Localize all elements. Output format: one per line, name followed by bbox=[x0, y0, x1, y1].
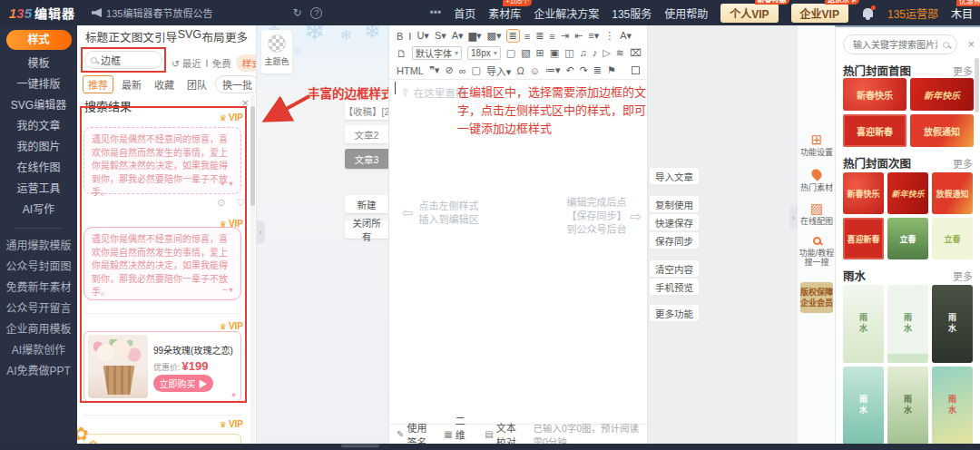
style-card-yellow[interactable] bbox=[83, 434, 241, 444]
close-results-icon[interactable]: × bbox=[241, 96, 249, 110]
toolbar-icon[interactable]: HTML bbox=[397, 65, 424, 76]
action-button[interactable]: 导入文章 bbox=[650, 168, 699, 184]
poster-tile[interactable]: 雨水 bbox=[887, 285, 928, 363]
toolbar-icon[interactable]: ☺ bbox=[530, 65, 540, 76]
nav-135-service[interactable]: 135服务 bbox=[612, 5, 652, 21]
toolbar-icon[interactable]: ≔▾ bbox=[545, 64, 561, 76]
toolbar-icon[interactable]: ◫ bbox=[564, 47, 573, 59]
toolbar-icon[interactable]: ▢ bbox=[471, 64, 480, 76]
panel-scrollbar-thumb[interactable] bbox=[250, 106, 255, 206]
action-button[interactable]: 清空内容 bbox=[650, 260, 699, 277]
style-tab[interactable]: 正文 bbox=[108, 28, 131, 45]
toolbar-icon[interactable]: ↷ bbox=[580, 64, 588, 76]
fullscreen-frame-icon[interactable] bbox=[632, 66, 640, 74]
new-document-button[interactable]: 新建 bbox=[345, 195, 388, 213]
bell-icon[interactable] bbox=[863, 8, 873, 17]
refresh-icon[interactable]: ↻ bbox=[292, 6, 301, 19]
toolbar-icon[interactable]: ❞▾ bbox=[429, 64, 439, 76]
horizontal-scrollbar-thumb[interactable] bbox=[341, 445, 379, 447]
toolbar-icon[interactable]: I bbox=[408, 31, 411, 42]
toolbar-icon[interactable]: U▾ bbox=[416, 30, 428, 42]
cover-tile[interactable]: 喜迎新春 bbox=[843, 218, 884, 259]
toolbar-icon[interactable]: Ω bbox=[516, 65, 524, 76]
style-tab[interactable]: SVG bbox=[178, 28, 201, 45]
toolbar-icon[interactable]: A▾ bbox=[620, 30, 632, 42]
toolbar-icon[interactable]: ▷ bbox=[603, 47, 610, 59]
sidebar-item[interactable]: 企业商用模板 bbox=[0, 319, 77, 340]
action-button[interactable]: 更多功能 bbox=[650, 305, 699, 321]
toolbar-icon[interactable]: 导入▾ bbox=[486, 64, 512, 78]
more-link[interactable]: 更多 bbox=[953, 156, 973, 171]
font-size-select[interactable]: 18px▾ bbox=[467, 46, 501, 60]
document-tab[interactable]: 文章2 bbox=[345, 125, 388, 143]
panel-scrollbar-thumb[interactable] bbox=[975, 58, 979, 112]
style-tab[interactable]: 更多 bbox=[225, 28, 248, 45]
sidebar-item[interactable]: 公众号开留言 bbox=[0, 298, 77, 319]
toolbar-icon[interactable]: ♪ bbox=[593, 47, 598, 59]
rail-item-online-images[interactable]: ▨ 在线配图 bbox=[798, 201, 836, 226]
theme-color-picker[interactable]: 主题色 bbox=[261, 30, 292, 73]
toolbar-icon[interactable]: ≣ bbox=[535, 30, 544, 42]
more-link[interactable]: 更多 bbox=[953, 269, 973, 283]
toolbar-icon[interactable]: ≡ bbox=[549, 31, 554, 42]
sidebar-item[interactable]: 公众号封面图 bbox=[0, 257, 77, 278]
poster-tile[interactable]: 雨水 bbox=[843, 285, 884, 363]
cover-tile[interactable]: 放假通知 bbox=[932, 172, 973, 214]
font-family-select[interactable]: 默认字体▾ bbox=[412, 46, 462, 60]
toolbar-icon[interactable]: ≣ bbox=[507, 30, 519, 42]
document-tab[interactable]: 【收稿】[2 bbox=[345, 102, 388, 120]
collapse-rail-handle[interactable]: › bbox=[789, 206, 798, 230]
free-checkbox[interactable] bbox=[206, 59, 208, 67]
toolbar-icon[interactable]: ▧ bbox=[521, 47, 530, 59]
cover-tile[interactable]: 放假通知 bbox=[910, 114, 974, 147]
filter-chip[interactable]: 最新 bbox=[117, 76, 146, 93]
sidebar-item[interactable]: AI写作 bbox=[0, 200, 77, 220]
style-tab[interactable]: 图文 bbox=[132, 28, 154, 45]
nav-material-library[interactable]: 素材库 +105个 bbox=[488, 5, 521, 21]
sidebar-item[interactable]: 我的图片 bbox=[0, 137, 77, 158]
sidebar-item[interactable]: 模板 bbox=[0, 54, 77, 74]
style-card-product[interactable]: 99朵玫瑰(玫瑰之恋) 优惠价:¥199 立即购买 ▶ ♥ bbox=[83, 331, 241, 402]
poster-tile[interactable]: 雨水 bbox=[932, 367, 973, 444]
close-all-button[interactable]: 关闭所有 bbox=[345, 220, 388, 239]
recent-filter[interactable]: ↺ 最近 bbox=[172, 56, 201, 70]
preview-eye-icon[interactable]: ⊙ bbox=[217, 197, 225, 209]
toolbar-icon[interactable]: A▾ bbox=[452, 30, 464, 42]
toolbar-icon[interactable]: ▩▾ bbox=[487, 30, 502, 42]
sidebar-item[interactable]: 在线作图 bbox=[0, 158, 77, 179]
cover-tile[interactable]: 立春 bbox=[887, 218, 928, 259]
filter-chip[interactable]: 团队 bbox=[182, 76, 211, 93]
favorite-heart-icon[interactable]: ♡ bbox=[236, 197, 245, 209]
action-button[interactable]: 复制使用 bbox=[650, 196, 699, 212]
style-center-button[interactable]: 样式中心 bbox=[236, 54, 257, 72]
style-tab[interactable]: 引导 bbox=[154, 28, 177, 45]
sidebar-item[interactable]: AI爆款创作 bbox=[0, 340, 77, 361]
new-doc-icon[interactable]: 🗋 bbox=[397, 48, 407, 59]
poster-tile[interactable]: 雨水 bbox=[932, 285, 973, 363]
toolbar-icon[interactable]: ⇥ bbox=[561, 30, 569, 42]
toolbar-icon[interactable]: ≋ bbox=[616, 47, 624, 59]
action-button[interactable]: 保存同步 bbox=[650, 232, 699, 249]
toolbar-icon[interactable]: ∞ bbox=[459, 65, 466, 76]
more-link[interactable]: 更多 bbox=[953, 64, 973, 78]
cover-tile[interactable]: 新春快乐 bbox=[843, 78, 906, 111]
sidebar-item[interactable]: 通用爆款模版 bbox=[0, 236, 77, 257]
filter-chip[interactable]: 换一批 bbox=[215, 75, 257, 93]
username[interactable]: 木目 优惠券 bbox=[951, 5, 973, 21]
cover-tile[interactable]: 立春 bbox=[932, 218, 973, 259]
toolbar-icon[interactable]: ⚑ bbox=[607, 64, 616, 76]
rail-item-hot-material[interactable]: 热门素材 bbox=[798, 167, 836, 192]
more-menu-icon[interactable]: ••• bbox=[430, 6, 442, 19]
personal-vip-button[interactable]: 个人VIP 新春特惠 bbox=[720, 4, 778, 23]
sidebar-item[interactable]: 运营工具 bbox=[0, 179, 77, 200]
style-search-input[interactable]: 边框 bbox=[84, 51, 162, 69]
style-tab[interactable]: 布局 bbox=[202, 28, 225, 45]
sidebar-item[interactable]: 免费新年素材 bbox=[0, 278, 77, 298]
toolbar-icon[interactable]: ▆▾ bbox=[469, 30, 482, 42]
rail-item-search[interactable]: 功能/教程搜一搜 bbox=[798, 235, 836, 267]
toolbar-icon[interactable]: ♫ bbox=[580, 47, 587, 59]
toolbar-icon[interactable]: S▾ bbox=[435, 30, 446, 42]
collapse-panel-handle[interactable]: ‹ bbox=[257, 220, 265, 244]
action-button[interactable]: 手机预览 bbox=[650, 279, 699, 295]
cover-tile[interactable]: 新春快乐 bbox=[843, 172, 884, 214]
